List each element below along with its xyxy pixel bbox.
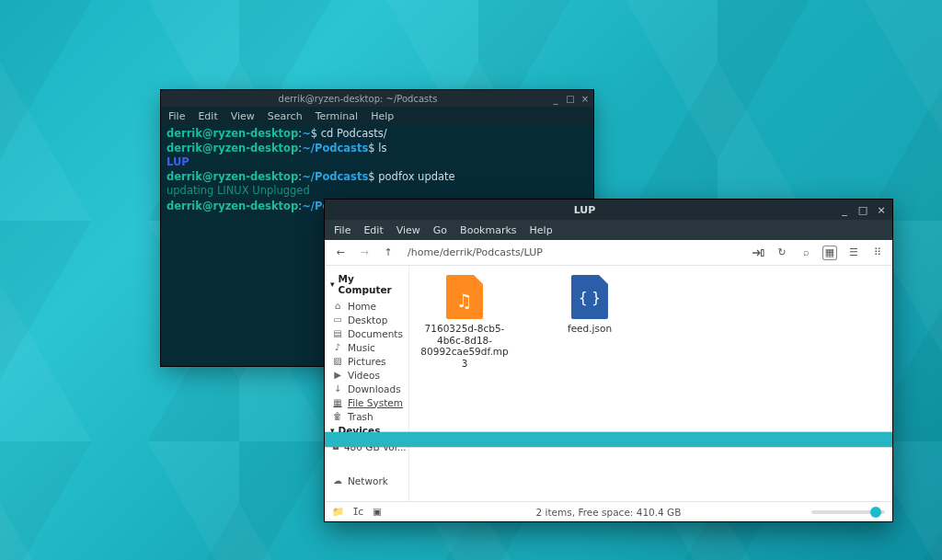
prompt-path: ~ xyxy=(302,127,311,140)
view-list-button[interactable]: ☰ xyxy=(846,246,861,260)
podfox-output: updating LINUX Unplugged xyxy=(167,184,310,197)
location-path[interactable]: /home/derrik/Podcasts/LUP xyxy=(404,246,743,258)
up-button[interactable]: ↑ xyxy=(380,246,396,258)
desktop-icon: ▭ xyxy=(332,314,343,325)
menu-terminal[interactable]: Terminal xyxy=(316,110,359,122)
audio-file-icon xyxy=(446,275,483,319)
menu-bookmarks[interactable]: Bookmarks xyxy=(460,224,516,236)
sidebar-item-videos[interactable]: ▶Videos xyxy=(330,368,405,382)
file-pane[interactable]: 7160325d-8cb5-4b6c-8d18-80992cae59df.mp3… xyxy=(409,266,892,501)
sidebar-item-desktop[interactable]: ▭Desktop xyxy=(330,313,405,326)
sidebar-group-my-computer[interactable]: ▾My Computer xyxy=(330,271,405,299)
file-name: feed.json xyxy=(546,323,634,335)
file-item-json[interactable]: feed.json xyxy=(546,275,634,335)
menu-go[interactable]: Go xyxy=(433,224,447,236)
drive-icon: ▦ xyxy=(332,397,343,407)
json-file-icon xyxy=(571,275,608,319)
prompt-user: derrik@ryzen-desktop xyxy=(167,127,298,140)
minimize-button[interactable]: _ xyxy=(551,94,560,104)
file-manager-title: LUP xyxy=(330,204,839,216)
terminal-title: derrik@ryzen-desktop: ~/Podcasts xyxy=(165,94,551,104)
maximize-button[interactable]: □ xyxy=(857,204,868,216)
terminal-menubar: File Edit View Search Terminal Help xyxy=(161,107,593,125)
file-name: 7160325d-8cb5-4b6c-8d18-80992cae59df.mp3 xyxy=(420,323,509,369)
menu-file[interactable]: File xyxy=(334,224,350,236)
minimize-button[interactable]: _ xyxy=(839,204,850,216)
home-icon: ⌂ xyxy=(332,301,343,311)
status-bar: 📁 ⵊc ▣ 2 items, Free space: 410.4 GB xyxy=(325,501,892,521)
music-icon: ♪ xyxy=(332,342,343,352)
ls-output: LUP xyxy=(167,155,190,168)
svg-rect-0 xyxy=(762,249,764,256)
toggle-path-icon[interactable] xyxy=(751,246,765,260)
maximize-button[interactable]: □ xyxy=(566,94,575,104)
close-button[interactable]: × xyxy=(580,94,590,104)
menu-file[interactable]: File xyxy=(168,110,185,122)
menu-edit[interactable]: Edit xyxy=(363,224,383,236)
forward-button[interactable]: → xyxy=(356,246,373,258)
accent-strip xyxy=(325,432,892,447)
network-icon: ☁ xyxy=(332,475,343,486)
view-icons-button[interactable]: ▦ xyxy=(822,246,837,260)
cmd: cd Podcasts/ xyxy=(321,127,387,140)
file-item-audio[interactable]: 7160325d-8cb5-4b6c-8d18-80992cae59df.mp3 xyxy=(420,275,509,369)
menu-help[interactable]: Help xyxy=(371,110,394,122)
sidebar-item-filesystem[interactable]: ▦File System xyxy=(330,395,405,409)
sidebar-item-downloads[interactable]: ↓Downloads xyxy=(330,382,405,395)
sidebar: ▾My Computer ⌂Home ▭Desktop ▤Documents ♪… xyxy=(325,266,409,501)
zoom-slider[interactable] xyxy=(811,510,885,514)
menu-edit[interactable]: Edit xyxy=(198,110,217,122)
file-manager-titlebar[interactable]: LUP _ □ × xyxy=(325,200,892,220)
file-manager-menubar: File Edit View Go Bookmarks Help xyxy=(325,220,892,240)
menu-view[interactable]: View xyxy=(231,110,255,122)
menu-help[interactable]: Help xyxy=(530,224,553,236)
file-manager-toolbar: ← → ↑ /home/derrik/Podcasts/LUP ↻ ⌕ ▦ ☰ … xyxy=(325,240,892,266)
search-icon[interactable]: ⌕ xyxy=(798,246,813,260)
menu-view[interactable]: View xyxy=(396,224,420,236)
status-text: 2 items, Free space: 410.4 GB xyxy=(325,507,892,518)
trash-icon: 🗑 xyxy=(332,411,343,421)
file-manager-window: LUP _ □ × File Edit View Go Bookmarks He… xyxy=(325,200,892,521)
downloads-icon: ↓ xyxy=(332,383,343,394)
menu-search[interactable]: Search xyxy=(268,110,303,122)
sidebar-item-music[interactable]: ♪Music xyxy=(330,340,405,354)
sidebar-item-home[interactable]: ⌂Home xyxy=(330,299,405,313)
documents-icon: ▤ xyxy=(332,328,343,338)
videos-icon: ▶ xyxy=(332,370,343,380)
sidebar-item-trash[interactable]: 🗑Trash xyxy=(330,409,405,423)
view-compact-button[interactable]: ⠿ xyxy=(870,246,885,260)
back-button[interactable]: ← xyxy=(332,246,349,258)
pictures-icon: ▧ xyxy=(332,356,343,366)
close-button[interactable]: × xyxy=(876,204,887,216)
sidebar-item-pictures[interactable]: ▧Pictures xyxy=(330,354,405,368)
reload-icon[interactable]: ↻ xyxy=(775,246,789,260)
sidebar-item-network[interactable]: ☁Network xyxy=(330,474,405,487)
terminal-titlebar[interactable]: derrik@ryzen-desktop: ~/Podcasts _ □ × xyxy=(161,90,593,107)
sidebar-item-documents[interactable]: ▤Documents xyxy=(330,326,405,340)
